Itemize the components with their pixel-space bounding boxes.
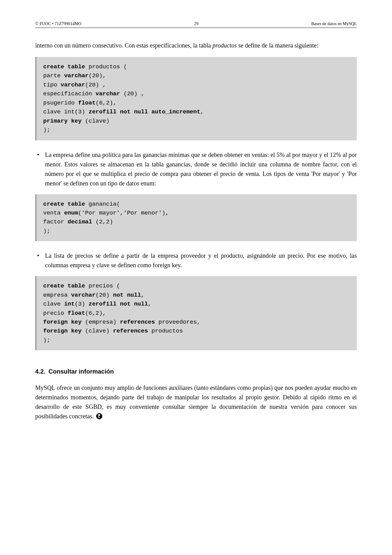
code: , bbox=[141, 292, 144, 298]
kw: enum bbox=[64, 210, 78, 216]
text: se define de la manera siguiente: bbox=[237, 42, 318, 49]
text: ' y ' bbox=[339, 170, 348, 177]
page-number: 29 bbox=[81, 21, 311, 26]
code: precios ( bbox=[85, 283, 120, 289]
list-item: La empresa define una política para las … bbox=[35, 150, 357, 188]
code: psugerido bbox=[43, 100, 78, 106]
kw: create table bbox=[43, 63, 85, 70]
code: (20), bbox=[89, 72, 106, 79]
kw: varchar bbox=[64, 72, 89, 79]
intro-paragraph: interno con un número consecutivo. Con e… bbox=[35, 41, 357, 50]
code-block-productos: create table productos ( parte varchar(2… bbox=[35, 57, 357, 140]
bullet-list: La lista de precios se define a partir d… bbox=[35, 251, 357, 270]
text: se definen como bbox=[109, 262, 153, 268]
code: proveedores, bbox=[155, 319, 200, 325]
note-icon bbox=[96, 413, 103, 422]
text-italic: empresa bbox=[70, 262, 91, 268]
kw: foreign key bbox=[43, 328, 81, 334]
code: (clave) bbox=[81, 118, 109, 124]
code: empresa bbox=[43, 292, 71, 298]
code: ); bbox=[43, 337, 50, 344]
text-italic: factor bbox=[323, 161, 337, 168]
code: (6,2), bbox=[85, 310, 106, 317]
code: especificación bbox=[43, 90, 96, 97]
code: parte bbox=[43, 72, 64, 79]
code: ); bbox=[43, 127, 50, 133]
code: productos bbox=[148, 328, 183, 334]
code: venta bbox=[43, 210, 64, 216]
text-italic: ganancias bbox=[166, 161, 190, 168]
text-bold: foreign key bbox=[153, 262, 180, 268]
closing-paragraph: MySQL ofrece un conjunto muy amplio de f… bbox=[35, 383, 357, 422]
kw: decimal bbox=[68, 219, 92, 225]
svg-point-0 bbox=[96, 413, 102, 419]
code: clave bbox=[43, 301, 64, 307]
kw: varchar bbox=[71, 292, 96, 298]
text-italic: clave bbox=[96, 262, 109, 268]
section-heading: 4.2.Consultar información bbox=[35, 368, 357, 375]
kw: primary key bbox=[43, 118, 81, 124]
code-block-ganancia: create table ganancia( venta enum('Por m… bbox=[35, 194, 357, 241]
text: y bbox=[90, 262, 96, 268]
list-item: La lista de precios se define a partir d… bbox=[35, 251, 357, 270]
kw: varchar bbox=[61, 82, 85, 88]
code: (clave) bbox=[81, 328, 113, 334]
text: . bbox=[180, 262, 182, 268]
code: (3) bbox=[75, 301, 89, 307]
header-right: Bases de datos en MySQL bbox=[311, 21, 357, 26]
text: MySQL ofrece un conjunto muy amplio de f… bbox=[35, 384, 357, 420]
kw: create table bbox=[43, 283, 85, 289]
bullet-list: La empresa define una política para las … bbox=[35, 150, 357, 188]
code: ganancia( bbox=[85, 201, 120, 207]
section-title: Consultar información bbox=[48, 368, 114, 375]
kw: zerofill not null bbox=[89, 301, 148, 307]
kw: zerofill not null auto_increment bbox=[89, 108, 200, 115]
text: interno con un número consecutivo. Con e… bbox=[35, 42, 213, 49]
code: tipo bbox=[43, 82, 61, 88]
kw: references bbox=[113, 328, 148, 334]
kw: varchar bbox=[96, 90, 120, 97]
code: (empresa) bbox=[81, 319, 120, 325]
code: factor bbox=[43, 219, 68, 225]
kw: foreign key bbox=[43, 319, 81, 325]
header-left: © FUOC • 71Z799014MO bbox=[35, 21, 81, 26]
code: , bbox=[148, 301, 151, 307]
page-header: © FUOC • 71Z799014MO 29 Bases de datos e… bbox=[35, 21, 357, 28]
kw: references bbox=[120, 319, 155, 325]
text-bold: enum bbox=[141, 180, 154, 187]
kw: int bbox=[64, 301, 74, 307]
kw: float bbox=[78, 100, 96, 106]
code: (6,2), bbox=[96, 100, 116, 106]
code: ('Por mayor','Por menor'), bbox=[78, 210, 169, 216]
kw: float bbox=[68, 310, 85, 317]
kw: not null bbox=[113, 292, 141, 298]
text-italic: productos bbox=[213, 42, 237, 49]
code: (20) , bbox=[85, 82, 106, 88]
code: , bbox=[200, 108, 204, 115]
text: , donde se decidió incluir una columna d… bbox=[190, 161, 323, 168]
kw: create table bbox=[43, 201, 85, 207]
text-italic: Por mayor bbox=[312, 170, 339, 177]
text: : bbox=[154, 180, 156, 187]
document-page: © FUOC • 71Z799014MO 29 Bases de datos e… bbox=[0, 0, 392, 454]
code: productos ( bbox=[85, 63, 127, 70]
code: ); bbox=[43, 228, 50, 234]
code: clave int(3) bbox=[43, 108, 89, 115]
code-block-precios: create table precios ( empresa varchar(2… bbox=[35, 276, 357, 350]
section-number: 4.2. bbox=[35, 368, 45, 375]
text: ' se definen con un tipo de datos bbox=[61, 180, 141, 187]
code: (2,2) bbox=[92, 219, 113, 225]
code: (20) , bbox=[120, 90, 145, 97]
code: precio bbox=[43, 310, 68, 317]
code: (20) bbox=[96, 292, 113, 298]
